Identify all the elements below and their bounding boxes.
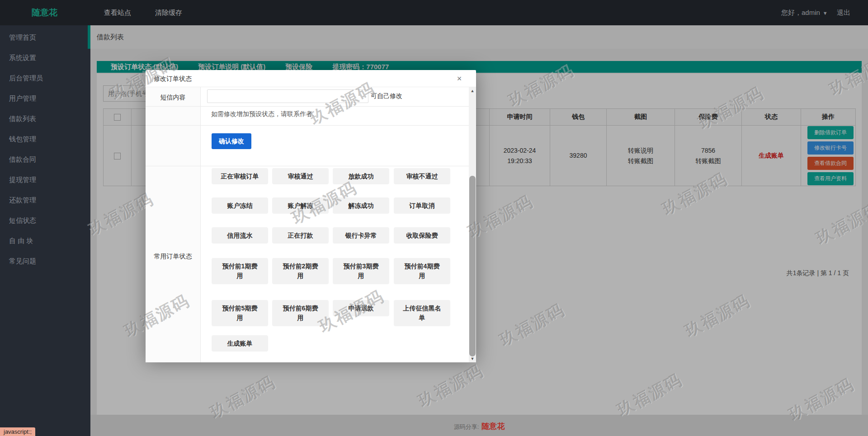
status-button-0-3[interactable]: 审核不通过	[394, 168, 450, 184]
confirm-edit-button[interactable]: 确认修改	[212, 133, 251, 149]
modal-scrollbar: ▲ ▼	[469, 87, 476, 362]
modal-note: 如需修改增加预设状态，请联系作者.	[211, 110, 314, 118]
status-button-3-3[interactable]: 预付前4期费 用	[394, 258, 450, 284]
screen: 随意花 查看站点 清除缓存 您好，admin▼ 退出 管理首页系统设置后台管理员…	[0, 0, 868, 436]
status-button-2-1[interactable]: 正在打款	[272, 227, 329, 244]
sms-content-input[interactable]	[207, 89, 368, 103]
close-icon[interactable]: ×	[454, 74, 464, 84]
status-button-2-3[interactable]: 收取保险费	[394, 227, 450, 244]
modal-title: 修改订单状态	[154, 70, 192, 87]
status-button-1-3[interactable]: 订单取消	[394, 197, 450, 214]
status-button-2-0[interactable]: 信用流水	[212, 227, 268, 244]
status-button-1-1[interactable]: 账户解冻	[272, 197, 329, 214]
status-button-3-1[interactable]: 预付前2期费 用	[272, 258, 329, 284]
status-button-4-1[interactable]: 预付前6期费 用	[272, 300, 329, 326]
sms-content-label: 短信内容	[146, 94, 200, 102]
status-tooltip: javascript:;	[0, 427, 35, 436]
status-button-3-0[interactable]: 预付前1期费 用	[212, 258, 268, 284]
status-button-5-0[interactable]: 生成账单	[212, 335, 268, 352]
status-button-1-2[interactable]: 解冻成功	[333, 197, 389, 214]
scroll-up-icon[interactable]: ▲	[469, 87, 476, 94]
status-button-3-2[interactable]: 预付前3期费 用	[333, 258, 389, 284]
status-button-0-1[interactable]: 审核通过	[272, 168, 329, 184]
status-button-4-2[interactable]: 申请退款	[333, 300, 389, 316]
status-button-4-0[interactable]: 预付前5期费 用	[212, 300, 268, 326]
scroll-down-icon[interactable]: ▼	[469, 355, 476, 362]
modal-header: 修改订单状态 ×	[146, 70, 476, 87]
status-button-0-2[interactable]: 放款成功	[333, 168, 389, 184]
sms-hint: 可自己修改	[371, 92, 402, 100]
edit-order-status-modal: 修改订单状态 × 短信内容 可自己修改 如需修改增加预设状态，请联系作者. 确认…	[146, 70, 476, 362]
status-button-1-0[interactable]: 账户冻结	[212, 197, 268, 214]
status-button-4-3[interactable]: 上传征信黑名 单	[394, 300, 450, 326]
scrollbar-thumb[interactable]	[469, 176, 476, 356]
status-button-grid: 正在审核订单审核通过放款成功审核不通过账户冻结账户解冻解冻成功订单取消信用流水正…	[146, 166, 469, 362]
status-button-2-2[interactable]: 银行卡异常	[333, 227, 389, 244]
status-button-0-0[interactable]: 正在审核订单	[212, 168, 268, 184]
